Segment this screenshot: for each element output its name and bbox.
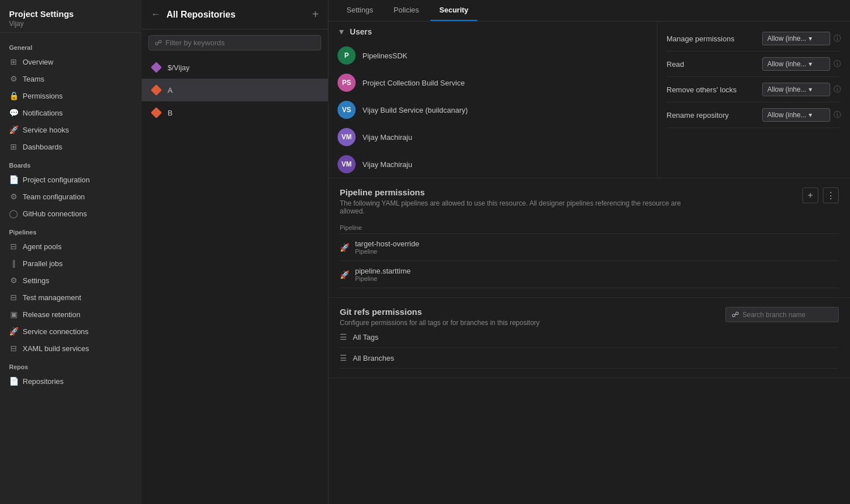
repo-item-b[interactable]: B [142,101,328,124]
user-row[interactable]: VS Vijay Build Service (buildcanary) [328,96,657,123]
sidebar-item-overview[interactable]: ⊞ Overview [0,53,142,70]
main-content: Settings Policies Security ▼ Users P Pip… [328,0,850,504]
section-actions: + ⋮ [802,187,839,203]
middle-panel: ← All Repositories + ☍ $/Vijay A B [142,0,328,504]
repo-item-vijay[interactable]: $/Vijay [142,56,328,79]
sidebar-item-label: Release retention [23,310,80,319]
perm-select-wrapper: Allow (inhe... ▾ ⓘ [762,83,841,96]
repo-item-a[interactable]: A [142,79,328,101]
repo-name: A [168,86,173,95]
sidebar-item-permissions[interactable]: 🔒 Permissions [0,87,142,104]
add-pipeline-button[interactable]: + [802,187,818,203]
sidebar-item-repositories[interactable]: 📄 Repositories [0,373,142,390]
tab-policies[interactable]: Policies [385,0,428,21]
perm-select-manage[interactable]: Allow (inhe... ▾ [762,32,830,45]
repo-icon-vijay [151,62,162,73]
repo-name: $/Vijay [168,63,190,72]
filter-input[interactable] [165,39,315,47]
sidebar-item-xaml[interactable]: ⊟ XAML build services [0,340,142,357]
pipeline-permissions-title: Pipeline permissions [340,187,702,197]
branch-row-all-branches[interactable]: ☰ All Branches [340,348,839,369]
sidebar-item-label: Teams [23,75,44,83]
perm-value: Allow (inhe... [767,60,806,68]
info-icon[interactable]: ⓘ [834,84,841,95]
sidebar-item-test-mgmt[interactable]: ⊟ Test management [0,289,142,306]
users-perms-section: ▼ Users P PipelinesSDK PS Project Collec… [328,22,850,178]
avatar: VM [338,155,356,173]
sidebar-item-team-config[interactable]: ⚙ Team configuration [0,188,142,205]
tab-security[interactable]: Security [430,0,477,21]
perm-select-rename[interactable]: Allow (inhe... ▾ [762,108,830,122]
sidebar-item-agent-pools[interactable]: ⊟ Agent pools [0,238,142,255]
chevron-down-icon: ▾ [809,60,812,68]
add-repo-button[interactable]: + [312,8,319,21]
git-refs-title: Git refs permissions [340,307,540,317]
sidebar-item-parallel-jobs[interactable]: ∥ Parallel jobs [0,255,142,272]
settings-icon: ⚙ [9,276,18,285]
grid-icon: ⊞ [9,57,18,66]
search-branch-input[interactable] [742,311,822,319]
chevron-down-icon: ▾ [809,111,812,119]
sidebar-item-teams[interactable]: ⚙ Teams [0,70,142,87]
branch-name: All Branches [353,354,394,362]
tab-settings[interactable]: Settings [338,0,382,21]
connection-icon: 🚀 [9,327,18,336]
hook-icon: 🚀 [9,125,18,134]
more-options-button[interactable]: ⋮ [823,187,839,203]
sidebar-item-settings[interactable]: ⚙ Settings [0,272,142,289]
user-row[interactable]: PS Project Collection Build Service [328,69,657,96]
sidebar-subtitle: Vijay [9,20,133,28]
users-header[interactable]: ▼ Users [328,22,657,42]
info-icon[interactable]: ⓘ [834,33,841,44]
user-row[interactable]: VM Vijay Machiraju [328,151,657,178]
tag-icon: ☰ [340,332,347,341]
filter-icon: ☍ [155,39,162,47]
github-icon: ◯ [9,209,18,218]
pipeline-row[interactable]: 🚀 target-host-override Pipeline [340,234,839,261]
filter-box: ☍ [148,35,321,50]
git-refs-section: Git refs permissions Configure permissio… [328,298,850,378]
sidebar-item-label: Test management [23,293,81,302]
sidebar-item-label: XAML build services [23,344,89,353]
sidebar-item-project-config[interactable]: 📄 Project configuration [0,171,142,188]
branch-row-all-tags[interactable]: ☰ All Tags [340,327,839,348]
sidebar-item-service-connections[interactable]: 🚀 Service connections [0,323,142,340]
sidebar-item-service-hooks[interactable]: 🚀 Service hooks [0,121,142,138]
info-icon[interactable]: ⓘ [834,59,841,69]
git-refs-title-row: Git refs permissions Configure permissio… [340,307,839,327]
avatar: P [338,46,356,65]
perm-label: Rename repository [667,111,758,119]
sidebar-item-label: Permissions [23,92,63,100]
sidebar-item-label: Settings [23,276,49,285]
user-row[interactable]: P PipelinesSDK [328,42,657,69]
sidebar-item-notifications[interactable]: 💬 Notifications [0,104,142,121]
section-title-row: Pipeline permissions The following YAML … [340,187,839,215]
sidebar-item-label: Agent pools [23,242,62,251]
perm-value: Allow (inhe... [767,86,806,93]
git-refs-title-desc: Git refs permissions Configure permissio… [340,307,540,327]
pipeline-type: Pipeline [355,248,419,255]
users-list: P PipelinesSDK PS Project Collection Bui… [328,42,657,178]
sidebar-item-label: Notifications [23,109,63,117]
tabs-bar: Settings Policies Security [328,0,850,22]
sidebar-item-label: Overview [23,58,53,66]
section-label-general: General [0,37,142,53]
perm-row-read: Read Allow (inhe... ▾ ⓘ [667,52,841,77]
pipeline-info: pipeline.starttime Pipeline [355,267,411,282]
sidebar-item-release-retention[interactable]: ▣ Release retention [0,306,142,323]
user-row[interactable]: VM Vijay Machiraju [328,123,657,151]
doc-icon: 📄 [9,175,18,184]
back-button[interactable]: ← [151,8,161,20]
middle-header-left: ← All Repositories [151,8,236,20]
pipeline-name: target-host-override [355,240,419,248]
pipeline-row[interactable]: 🚀 pipeline.starttime Pipeline [340,261,839,288]
retention-icon: ▣ [9,310,18,319]
perm-select-read[interactable]: Allow (inhe... ▾ [762,57,830,71]
sidebar-item-label: Project configuration [23,176,90,184]
sidebar-item-dashboards[interactable]: ⊞ Dashboards [0,138,142,155]
sidebar-item-label: GitHub connections [23,210,87,218]
perm-select-remove-locks[interactable]: Allow (inhe... ▾ [762,83,830,96]
info-icon[interactable]: ⓘ [834,110,841,120]
pipeline-col-header: Pipeline [340,220,839,234]
sidebar-item-github[interactable]: ◯ GitHub connections [0,205,142,222]
